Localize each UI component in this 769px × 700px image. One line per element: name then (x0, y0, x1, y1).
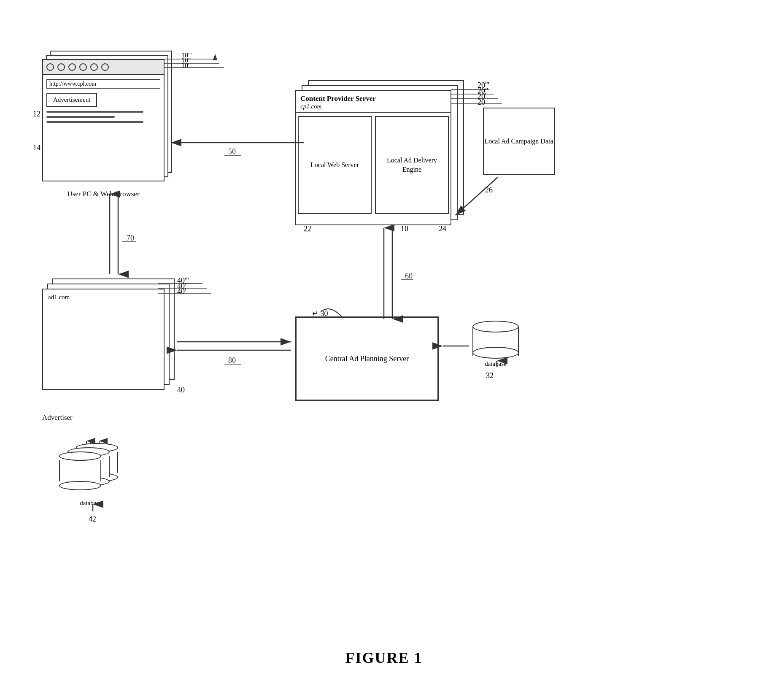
pc-top-bar (43, 60, 164, 75)
cp-title-area: Content Provider Server cp1.com (296, 91, 451, 113)
ref-40: 40 (177, 386, 185, 395)
ref-14: 14 (33, 143, 40, 152)
pc-circle-3 (68, 63, 76, 71)
ref-30: ↵ 30 (312, 309, 328, 318)
cp-lower: Local Web Server Local Ad Delivery Engin… (296, 113, 451, 217)
central-server-label: Central Ad Planning Server (325, 353, 409, 365)
pc-line-3 (46, 121, 143, 123)
local-web-server-box: Local Web Server (298, 116, 372, 214)
cp-server-title: Content Provider Server (300, 95, 446, 103)
pc-circle-4 (79, 63, 87, 71)
adv-db-group (59, 443, 127, 498)
ref-26: 26 (485, 186, 493, 195)
ref-12: 12 (33, 110, 40, 119)
ref-70-label: 70 (127, 234, 134, 242)
cp-server-stack: Content Provider Server cp1.com Local We… (295, 80, 472, 241)
pc-circle-1 (46, 63, 54, 71)
db-right-bottom (472, 347, 519, 359)
advertiser-label: Advertiser (42, 414, 165, 422)
pc-circle-2 (57, 63, 65, 71)
adv-main-box: ad1.com (42, 289, 165, 390)
label-forty-prime: 40' (177, 287, 186, 296)
pc-circle-5 (90, 63, 98, 71)
ref-50-label: 50 (228, 147, 236, 156)
pc-text-lines (46, 111, 160, 123)
adv-db-mid-left (59, 451, 101, 490)
ref-42: 42 (89, 515, 96, 524)
adv-url: ad1.com (43, 289, 164, 305)
advertisement-box: Advertisement (46, 93, 97, 107)
cp-main-box: Content Provider Server cp1.com Local We… (295, 90, 451, 225)
pc-circle-6 (101, 63, 109, 71)
local-ad-campaign-label: Local Ad Campaign Data (484, 137, 553, 146)
pc-line-1 (46, 111, 143, 113)
ref-22: 22 (304, 224, 311, 233)
ref-32: 32 (486, 371, 494, 380)
user-pc-label: User PC & Web Browser (42, 190, 165, 198)
central-ad-planning-server: Central Ad Planning Server (295, 316, 439, 401)
label-ten-prime: 10' (181, 62, 189, 69)
db-right-cylinder (472, 321, 519, 359)
adv-db-stack: database (59, 443, 127, 507)
pc-line-2 (46, 116, 115, 118)
advertiser-stack: ad1.com Advertiser (42, 278, 186, 405)
local-ad-campaign-box: Local Ad Campaign Data (483, 108, 555, 175)
pc-screen: http://www.cpl.com Advertisement (42, 59, 165, 181)
database-right: database (472, 321, 519, 368)
figure-label: FIGURE 1 (345, 649, 422, 667)
pc-url-bar: http://www.cpl.com (46, 79, 160, 89)
user-pc-stack: http://www.cpl.com Advertisement 12 14 U… (42, 51, 177, 194)
local-ad-delivery-box: Local Ad Delivery Engine (375, 116, 449, 214)
adv-db-label: database (55, 500, 127, 507)
db-right-label: database (472, 360, 519, 368)
ref-80-label: 80 (228, 356, 236, 365)
ref-10: 10 (401, 224, 408, 233)
ref-24: 24 (439, 224, 446, 233)
db-right-top (472, 321, 519, 332)
ref-60-label: 60 (405, 272, 413, 280)
label-twenty: 20 (478, 98, 485, 107)
cp-server-subtitle: cp1.com (300, 103, 446, 110)
